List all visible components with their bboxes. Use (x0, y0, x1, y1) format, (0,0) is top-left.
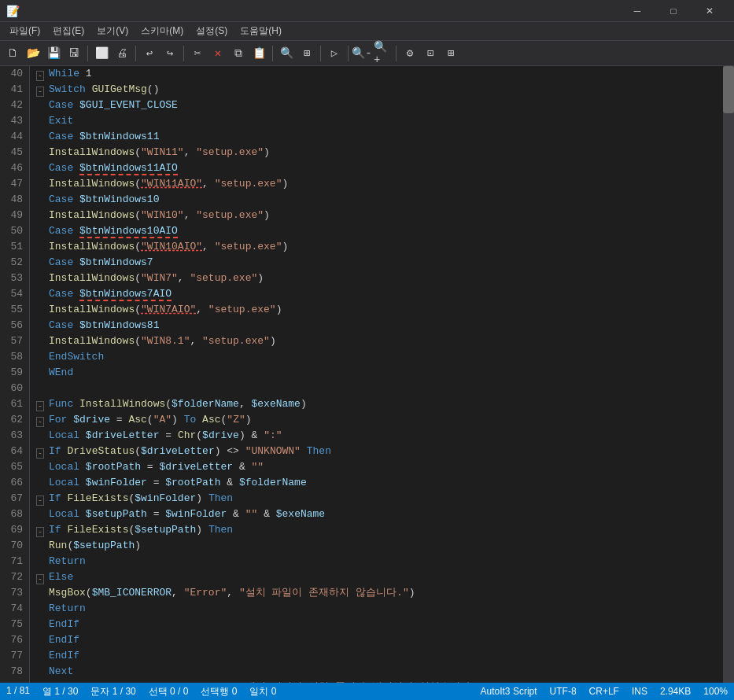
tb-new[interactable]: 🗋 (3, 44, 22, 63)
line-number: 65 (6, 459, 23, 475)
tb-cut-area[interactable]: ⬜ (92, 44, 111, 63)
table-row: Case $btnWindows11AIO (36, 160, 717, 176)
tb-opt1[interactable]: ⚙ (400, 44, 419, 63)
line-number: 56 (6, 318, 23, 333)
fold-icon (36, 352, 47, 363)
code-content: Case $btnWindows11AIO (49, 160, 178, 176)
code-content: Return (49, 601, 86, 617)
tb-save2[interactable]: 🖫 (65, 44, 83, 63)
tb-zoom-in[interactable]: 🔍+ (373, 44, 392, 63)
tb-save[interactable]: 💾 (44, 44, 63, 63)
table-row: - Switch GUIGetMsg() (36, 82, 717, 98)
scrollbar-thumb[interactable] (723, 66, 734, 113)
tb-paste[interactable]: 📋 (249, 44, 268, 63)
line-number: 59 (6, 365, 23, 381)
code-area[interactable]: -While 1- Switch GUIGetMsg() Case $GUI_E… (30, 66, 723, 683)
tb-open[interactable]: 📂 (24, 44, 42, 63)
tb-opt3[interactable]: ⊞ (441, 44, 460, 63)
line-number: 54 (6, 286, 23, 302)
fold-icon (36, 100, 47, 111)
line-number: 75 (6, 617, 23, 632)
tb-opt2[interactable]: ⊡ (421, 44, 440, 63)
menu-edit[interactable]: 편집(E) (46, 23, 90, 39)
line-number: 63 (6, 428, 23, 444)
code-content: MsgBox($MB_ICONERROR, "Error", "설치 파일이 존… (49, 585, 415, 601)
fold-icon[interactable]: - (36, 446, 47, 457)
tb-copy[interactable]: ⧉ (229, 44, 248, 63)
fold-icon[interactable]: - (36, 572, 47, 583)
fold-icon (36, 509, 47, 520)
code-content: InstallWindows("WIN10AIO", "setup.exe") (49, 239, 288, 255)
fold-icon (36, 179, 47, 190)
sep1 (87, 46, 88, 61)
fold-icon (36, 304, 47, 315)
fold-icon (36, 194, 47, 205)
menu-view[interactable]: 보기(V) (90, 23, 135, 39)
table-row: Case $btnWindows11 (36, 129, 717, 145)
fold-icon (36, 666, 47, 677)
code-content: EndIf (49, 617, 79, 632)
code-content: Else (49, 569, 73, 585)
tb-redo[interactable]: ↪ (160, 44, 179, 63)
line-number: 67 (6, 491, 23, 507)
scrollbar-vertical[interactable] (723, 66, 734, 683)
line-number: 51 (6, 239, 23, 255)
status-lang: AutoIt3 Script (481, 686, 537, 697)
table-row: Case $GUI_EVENT_CLOSE (36, 98, 717, 113)
table-row: Local $setupPath = $winFolder & "" & $ex… (36, 507, 717, 522)
menu-file[interactable]: 파일(F) (3, 23, 46, 39)
code-content: InstallWindows("WIN7AIO", "setup.exe") (49, 302, 282, 318)
line-number: 74 (6, 601, 23, 617)
fold-icon[interactable]: - (36, 414, 47, 426)
fold-icon (36, 682, 47, 683)
table-row: InstallWindows("WIN11AIO", "setup.exe") (36, 176, 717, 192)
status-line: 1 / 81 (6, 685, 30, 698)
menu-settings[interactable]: 설정(S) (190, 23, 234, 39)
table-row: EndIf (36, 648, 717, 664)
table-row: Run($setupPath) (36, 538, 717, 554)
line-number: 69 (6, 522, 23, 538)
tb-print[interactable]: 🖨 (112, 44, 131, 63)
fold-icon[interactable]: - (36, 84, 47, 95)
fold-icon[interactable]: - (36, 68, 47, 79)
line-number: 47 (6, 176, 23, 192)
table-row: Return (36, 554, 717, 569)
line-number: 43 (6, 113, 23, 129)
code-content: If DriveStatus($driveLetter) <> "UNKNOWN… (49, 444, 331, 459)
tb-delete[interactable]: ✕ (208, 44, 227, 63)
tb-find[interactable]: 🔍 (277, 44, 296, 63)
maximize-button[interactable]: □ (655, 0, 692, 22)
title-bar: 📝 ─ □ ✕ (0, 0, 734, 22)
tb-undo[interactable]: ↩ (140, 44, 159, 63)
fold-icon (36, 147, 47, 158)
line-number: 71 (6, 554, 23, 569)
code-content: While 1 (49, 66, 92, 82)
fold-icon (36, 289, 47, 300)
menu-schema[interactable]: 스키마(M) (135, 23, 190, 39)
sep2 (135, 46, 136, 61)
sep5 (320, 46, 321, 61)
table-row: EndSwitch (36, 349, 717, 365)
status-col: 열 1 / 30 (42, 685, 78, 698)
fold-icon (36, 477, 47, 488)
line-number: 58 (6, 349, 23, 365)
fold-icon (36, 257, 47, 268)
fold-icon (36, 336, 47, 347)
fold-icon[interactable]: - (36, 493, 47, 504)
menu-help[interactable]: 도움말(H) (234, 23, 288, 39)
status-eol: CR+LF (589, 686, 619, 697)
table-row: Next (36, 664, 717, 680)
minimize-button[interactable]: ─ (619, 0, 655, 22)
tb-cut[interactable]: ✂ (188, 44, 207, 63)
close-button[interactable]: ✕ (692, 0, 728, 22)
tb-replace[interactable]: ⊞ (297, 44, 316, 63)
fold-icon (36, 635, 47, 646)
tb-run[interactable]: ▷ (325, 44, 344, 63)
tb-zoom-out[interactable]: 🔍- (352, 44, 371, 63)
line-numbers: 4041424344454647484950515253545556575859… (0, 66, 30, 683)
fold-icon[interactable]: - (36, 525, 47, 536)
line-number: 46 (6, 160, 23, 176)
fold-icon[interactable]: - (36, 399, 47, 410)
status-right: AutoIt3 Script UTF-8 CR+LF INS 2.94KB 10… (481, 686, 728, 697)
code-content: MsgBox($MB_ICONERROR, "Error", "해당 버전의 설… (49, 680, 489, 683)
